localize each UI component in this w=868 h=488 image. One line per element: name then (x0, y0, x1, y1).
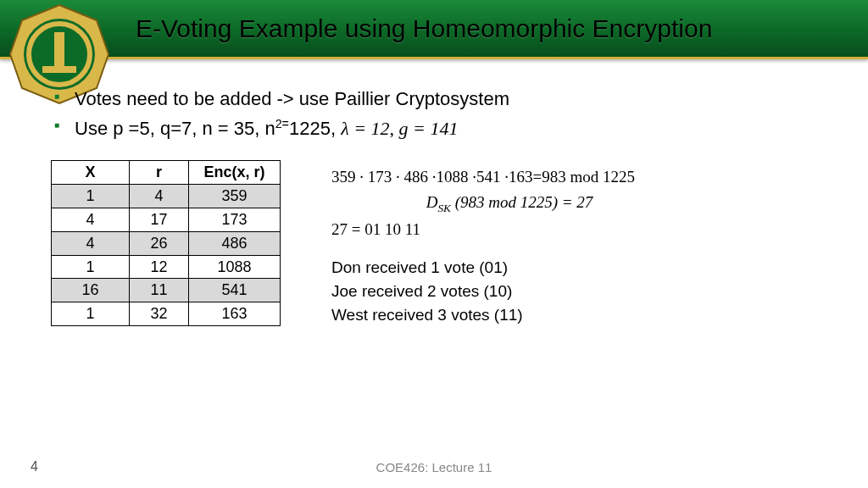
slide-body: Votes need to be added -> use Paillier C… (0, 59, 868, 326)
table-header-row: X r Enc(x, r) (52, 161, 281, 185)
result-line: West received 3 votes (11) (331, 303, 687, 327)
table-row: 132163 (52, 302, 281, 326)
results-block: Don received 1 vote (01) Joe received 2 … (331, 256, 687, 326)
col-header: Enc(x, r) (189, 161, 281, 185)
col-header: r (130, 161, 189, 185)
slide-title: E-Voting Example using Homeomorphic Encr… (136, 14, 712, 43)
svg-rect-3 (54, 32, 64, 66)
decrypt-line: DSK (983 mod 1225) = 27 (331, 191, 687, 216)
binary-line: 27 = 01 10 11 (331, 218, 687, 241)
table-row: 426486 (52, 231, 281, 255)
product-line: 359 · 173 · 486 ·1088 ·541 ·163=983 mod … (331, 165, 687, 189)
bullet-list: Votes need to be added -> use Paillier C… (51, 85, 817, 143)
result-line: Don received 1 vote (01) (331, 256, 687, 280)
computation-block: 359 · 173 · 486 ·1088 ·541 ·163=983 mod … (331, 160, 687, 326)
slide-header: E-Voting Example using Homeomorphic Encr… (0, 0, 868, 59)
footer-lecture: COE426: Lecture 11 (376, 460, 492, 474)
table-row: 14359 (52, 185, 281, 208)
table-row: 1611541 (52, 279, 281, 302)
result-line: Joe received 2 votes (10) (331, 280, 687, 303)
encryption-table: X r Enc(x, r) 14359 417173 426486 112108… (51, 160, 281, 326)
col-header: X (52, 161, 130, 185)
table-row: 1121088 (52, 255, 281, 279)
table-row: 417173 (52, 208, 281, 231)
bullet-item: Votes need to be added -> use Paillier C… (51, 85, 817, 114)
svg-rect-4 (42, 66, 76, 73)
page-number: 4 (31, 459, 38, 474)
bullet-item: Use p =5, q=7, n = 35, n2=1225, λ = 12, … (51, 114, 817, 143)
